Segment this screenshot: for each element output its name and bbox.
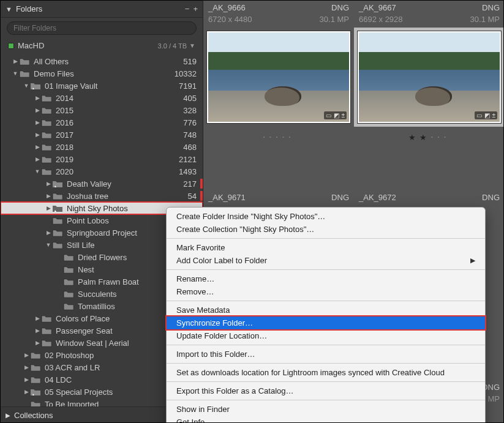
folder-count: 328 (172, 106, 197, 115)
menu-item[interactable]: Show in Finder (167, 403, 485, 416)
chevron-right-icon[interactable]: ▶ (23, 352, 30, 358)
menu-item[interactable]: Update Folder Location… (167, 329, 485, 342)
folder-count: 519 (172, 57, 197, 66)
rating-stars[interactable]: ★★··· (354, 127, 504, 148)
menu-item[interactable]: Export this Folder as a Catalog… (167, 384, 485, 397)
badge-icon[interactable]: ◩ (484, 112, 490, 119)
chevron-down-icon[interactable]: ▼ (12, 70, 19, 77)
folder-label: Window Seat | Aerial (56, 339, 172, 348)
thumbnail-cell[interactable]: _AK_9671DNG (203, 190, 354, 209)
chevron-right-icon[interactable]: ▶ (34, 132, 41, 138)
thumbnail-image[interactable]: ▭◩± (358, 31, 501, 123)
folder-row[interactable]: ▼Demo Files10332 (1, 67, 203, 80)
volume-row[interactable]: MacHD 3.0 / 4 TB ▼ (1, 39, 203, 53)
filter-row (1, 18, 203, 39)
chevron-right-icon[interactable]: ▶ (56, 266, 63, 272)
menu-item[interactable]: Set as downloads location for Lightroom … (167, 366, 485, 379)
folder-label: 2015 (56, 106, 172, 115)
badge-icon[interactable]: ▭ (476, 112, 482, 119)
folder-row[interactable]: ▼01 Image Vault7191 (1, 80, 203, 92)
menu-item[interactable]: Import to this Folder… (167, 348, 485, 361)
menu-item-label: Save Metadata (176, 305, 475, 315)
folder-icon (30, 375, 41, 384)
chevron-right-icon[interactable]: ▶ (45, 205, 52, 211)
folder-label: Dried Flowers (78, 253, 172, 262)
thumbnail-cell[interactable]: _AK_9667DNG6692 x 292830.1 MP▭◩±★★··· (354, 1, 504, 190)
chevron-right-icon[interactable]: ▶ (56, 303, 63, 309)
menu-separator (167, 400, 485, 400)
menu-item[interactable]: Rename… (167, 272, 485, 285)
chevron-right-icon[interactable]: ▶ (45, 217, 52, 223)
chevron-right-icon[interactable]: ▶ (34, 95, 41, 101)
menu-item[interactable]: Get Info (167, 416, 485, 423)
badge-icon[interactable]: ◩ (334, 112, 339, 119)
minus-icon[interactable]: − (185, 4, 190, 13)
menu-item[interactable]: Create Folder Inside "Night Sky Photos"… (167, 210, 485, 223)
badge-icon[interactable]: ± (342, 112, 345, 119)
thumbnail-cell[interactable]: _AK_9672DNG (354, 190, 504, 209)
thumbnail-cell[interactable]: _AK_9666DNG6720 x 448030.1 MP▭◩±····· (203, 1, 354, 190)
file-name: _AK_9667 (359, 3, 482, 12)
menu-separator (167, 381, 485, 382)
folder-row[interactable]: ▼20201493 (1, 165, 203, 178)
chevron-right-icon[interactable]: ▶ (56, 279, 63, 285)
menu-item[interactable]: Create Collection "Night Sky Photos"… (167, 223, 485, 236)
folder-icon (41, 118, 52, 127)
plus-icon[interactable]: + (193, 4, 198, 13)
chevron-right-icon[interactable]: ▶ (34, 144, 41, 150)
chevron-down-icon[interactable]: ▼ (34, 168, 41, 174)
chevron-right-icon[interactable]: ▶ (45, 193, 52, 199)
chevron-right-icon[interactable]: ▶ (34, 107, 41, 113)
folder-row[interactable]: ▶2015328 (1, 104, 203, 116)
chevron-right-icon[interactable]: ▶ (45, 230, 52, 236)
folder-icon (41, 167, 52, 176)
filter-folders-input[interactable] (7, 21, 197, 35)
chevron-down-icon[interactable]: ▼ (45, 242, 52, 248)
folder-row[interactable]: ▶2014405 (1, 92, 203, 104)
rating-stars[interactable]: ····· (203, 127, 354, 148)
chevron-right-icon[interactable]: ▶ (23, 364, 30, 370)
chevron-right-icon[interactable]: ▶ (23, 376, 30, 383)
folder-label: Still Life (67, 241, 172, 250)
file-ext: DNG (482, 3, 500, 12)
folder-label: 2020 (56, 167, 172, 176)
menu-item[interactable]: Save Metadata (167, 304, 485, 316)
chevron-down-icon[interactable]: ▼ (189, 42, 195, 49)
folder-row[interactable]: ▶All Others519 (1, 55, 203, 67)
badge-icon[interactable]: ▭ (326, 112, 331, 119)
chevron-right-icon[interactable]: ▶ (34, 315, 41, 321)
chevron-right-icon[interactable]: ▶ (12, 58, 19, 64)
badge-icon[interactable]: ± (492, 112, 496, 119)
menu-item[interactable]: Synchronize Folder… (167, 316, 485, 329)
file-ext: DNG (331, 193, 349, 202)
chevron-right-icon[interactable]: ▶ (34, 156, 41, 162)
chevron-right-icon[interactable]: ▶ (34, 328, 41, 334)
folder-count: 776 (172, 118, 197, 127)
menu-item[interactable]: Remove… (167, 285, 485, 298)
folder-row[interactable]: ▶20192121 (1, 153, 203, 165)
thumbnail-image[interactable]: ▭◩± (207, 31, 350, 123)
folder-label: Joshua tree (67, 192, 172, 201)
menu-item-label: Synchronize Folder… (176, 318, 475, 328)
folder-label: Night Sky Photos (67, 204, 172, 213)
folder-row[interactable]: ▶2017748 (1, 129, 203, 141)
chevron-right-icon[interactable]: ▶ (34, 340, 41, 346)
folder-row[interactable]: ▶Death Valley217 (1, 178, 203, 190)
menu-item-label: Create Collection "Night Sky Photos"… (176, 225, 475, 234)
folder-count: 217 (172, 179, 197, 189)
chevron-right-icon[interactable]: ▶ (56, 291, 63, 297)
chevron-right-icon[interactable]: ▶ (56, 254, 63, 260)
chevron-down-icon[interactable]: ▼ (23, 83, 30, 89)
chevron-right-icon[interactable]: ▶ (23, 389, 30, 395)
folder-row[interactable]: ▶2018468 (1, 141, 203, 153)
chevron-right-icon[interactable]: ▶ (45, 181, 52, 187)
badge-strip: ▭◩± (475, 111, 498, 119)
chevron-right-icon[interactable]: ▶ (34, 119, 41, 125)
folders-header[interactable]: ▼ Folders − + (1, 1, 203, 18)
folder-row[interactable]: ▶Joshua tree54 (1, 190, 203, 202)
folder-icon (19, 69, 30, 78)
folder-row[interactable]: ▶2016776 (1, 116, 203, 129)
menu-item[interactable]: Add Color Label to Folder▶ (167, 254, 485, 267)
menu-item[interactable]: Mark Favorite (167, 241, 485, 254)
folder-label: All Others (34, 57, 172, 66)
